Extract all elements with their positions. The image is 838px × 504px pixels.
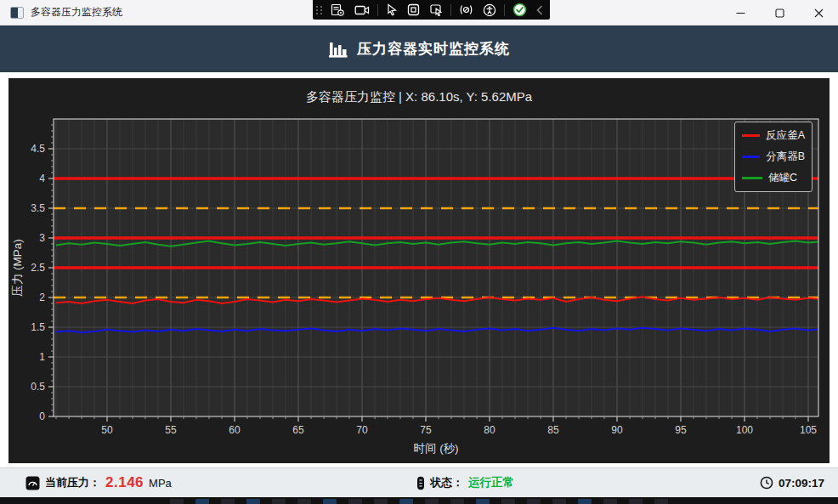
- legend-label: 反应釜A: [766, 128, 805, 143]
- pressure-unit: MPa: [149, 477, 172, 490]
- confirm-button[interactable]: [511, 0, 529, 20]
- stop-button[interactable]: [405, 0, 422, 20]
- region-select-button[interactable]: [427, 0, 444, 20]
- taskbar[interactable]: [0, 497, 838, 504]
- svg-text:3.5: 3.5: [31, 202, 45, 214]
- app-window: 多容器压力监控系统: [0, 0, 838, 504]
- svg-text:压力 (MPa): 压力 (MPa): [11, 239, 24, 297]
- cursor-icon: [386, 3, 398, 16]
- svg-text:2.5: 2.5: [31, 262, 45, 274]
- legend-label: 分离器B: [766, 150, 805, 164]
- svg-text:1: 1: [39, 351, 45, 363]
- minimize-icon: [736, 8, 745, 18]
- broadcast-icon: [459, 3, 473, 16]
- svg-text:4.5: 4.5: [31, 143, 45, 155]
- close-icon: [814, 8, 824, 18]
- svg-text:80: 80: [484, 424, 495, 436]
- legend-swatch-green: [742, 177, 762, 179]
- maximize-icon: [775, 8, 784, 18]
- legend-item-separator-b: 分离器B: [742, 150, 805, 164]
- toolbar-separator: [377, 4, 378, 16]
- status-value: 运行正常: [468, 475, 514, 490]
- status-label: 状态：: [430, 475, 463, 490]
- close-button[interactable]: [799, 0, 838, 25]
- legend-item-reactor-a: 反应釜A: [742, 128, 805, 143]
- svg-text:50: 50: [101, 424, 113, 436]
- broadcast-button[interactable]: [457, 0, 475, 20]
- accessibility-button[interactable]: [481, 0, 498, 20]
- svg-text:2: 2: [39, 292, 45, 303]
- svg-text:85: 85: [547, 424, 559, 436]
- clock-icon: [760, 476, 773, 490]
- chevron-left-icon: [536, 5, 543, 15]
- svg-text:1.5: 1.5: [31, 321, 45, 333]
- window-title: 多容器压力监控系统: [31, 5, 122, 20]
- titlebar[interactable]: 多容器压力监控系统: [0, 0, 838, 25]
- legend-label: 储罐C: [768, 171, 797, 185]
- run-status-group: 状态： 运行正常: [416, 475, 514, 490]
- indicator-pill-icon: [416, 476, 425, 490]
- pressure-status-group: 当前压力： 2.146 MPa: [25, 474, 172, 491]
- app-icon: [10, 7, 24, 19]
- svg-text:0.5: 0.5: [31, 381, 45, 393]
- pressure-chart-svg[interactable]: 5055606570758085909510010500.511.522.533…: [8, 78, 830, 463]
- legend-swatch-blue: [742, 156, 760, 158]
- svg-text:60: 60: [229, 424, 241, 436]
- pressure-chart[interactable]: 多容器压力监控 | X: 86.10s, Y: 5.62MPa 50556065…: [8, 78, 830, 463]
- gauge-icon: [25, 476, 40, 490]
- factory-icon: [328, 40, 348, 59]
- stop-square-icon: [407, 3, 420, 16]
- app-header: 压力容器实时监控系统: [0, 25, 838, 72]
- clock-group: 07:09:17: [760, 476, 824, 490]
- camera-icon: [354, 4, 370, 16]
- maximize-button[interactable]: [760, 0, 799, 25]
- toolbar-separator: [450, 4, 451, 16]
- status-time: 07:09:17: [779, 477, 824, 490]
- check-circle-icon: [512, 3, 527, 17]
- legend-item-tank-c: 储罐C: [742, 171, 805, 185]
- camera-button[interactable]: [353, 0, 371, 20]
- statusbar: 当前压力： 2.146 MPa 状态： 运行正常 07:09:17: [0, 467, 838, 497]
- region-select-icon: [429, 3, 443, 16]
- svg-text:95: 95: [675, 424, 687, 436]
- window-controls: [721, 0, 838, 25]
- cursor-button[interactable]: [384, 0, 399, 20]
- collapse-toolbar-button[interactable]: [535, 0, 545, 20]
- legend-swatch-red: [742, 134, 760, 137]
- drag-grip-icon[interactable]: [316, 6, 323, 14]
- capture-toolbar: [313, 0, 550, 20]
- svg-text:70: 70: [356, 424, 368, 436]
- svg-text:时间 (秒): 时间 (秒): [413, 442, 458, 455]
- titlebar-left: 多容器压力监控系统: [0, 5, 122, 20]
- svg-text:90: 90: [611, 424, 623, 436]
- svg-text:55: 55: [165, 424, 177, 436]
- main-content: 多容器压力监控 | X: 86.10s, Y: 5.62MPa 50556065…: [0, 72, 838, 467]
- script-record-icon: [331, 3, 345, 17]
- script-record-button[interactable]: [329, 0, 347, 20]
- svg-text:0: 0: [39, 411, 45, 422]
- svg-text:4: 4: [39, 173, 45, 184]
- pressure-label: 当前压力：: [45, 475, 100, 490]
- accessibility-icon: [483, 3, 496, 17]
- toolbar-separator: [504, 4, 505, 16]
- svg-text:65: 65: [292, 424, 304, 436]
- svg-text:75: 75: [420, 424, 432, 436]
- svg-text:105: 105: [800, 424, 817, 436]
- minimize-button[interactable]: [721, 0, 760, 25]
- chart-legend: 反应釜A 分离器B 储罐C: [734, 122, 813, 192]
- svg-text:3: 3: [39, 232, 45, 244]
- pressure-value: 2.146: [105, 474, 144, 491]
- svg-text:100: 100: [736, 424, 753, 436]
- page-title: 压力容器实时监控系统: [357, 39, 510, 59]
